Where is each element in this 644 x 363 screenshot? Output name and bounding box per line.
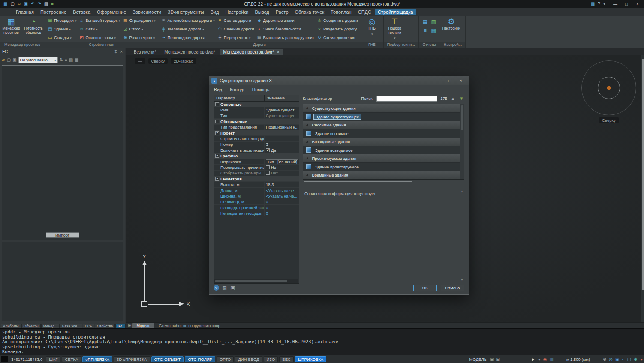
parameter-row[interactable]: Графика bbox=[214, 153, 299, 159]
classifier-row[interactable]: Здание сносимое bbox=[303, 129, 464, 138]
ribbon-tab[interactable]: Зависимости bbox=[129, 9, 164, 15]
palette-tab[interactable]: База эле... bbox=[60, 324, 82, 328]
classifier-search-input[interactable] bbox=[376, 96, 437, 102]
parameter-row[interactable]: Проект bbox=[214, 130, 299, 136]
sheet-set-icon[interactable] bbox=[128, 323, 131, 328]
parameter-row[interactable]: Ширина, м <Указать на че... bbox=[214, 193, 299, 199]
cancel-button[interactable]: Отмена bbox=[441, 285, 464, 291]
model-space-icon[interactable]: ▣ bbox=[490, 357, 494, 362]
status-toggle[interactable]: ОТС-ПОЛЯР bbox=[185, 356, 215, 362]
snap-marker-icon[interactable]: ◎ bbox=[609, 357, 613, 362]
report-sheet-icon[interactable]: ▥ bbox=[430, 18, 437, 25]
ribbon-small-button[interactable]: ╍ Пешеходная дорога bbox=[160, 35, 215, 40]
model-tab[interactable]: Модель bbox=[132, 323, 154, 328]
minimize-button[interactable]: — bbox=[610, 2, 621, 6]
parameter-row[interactable]: Перекрывать примитивы Нет bbox=[214, 165, 299, 170]
palette-tab[interactable]: Менед... bbox=[41, 324, 60, 328]
ribbon-small-button[interactable]: ⌂ Бытовой городок bbox=[78, 18, 121, 23]
status-toggle[interactable]: ВЕС bbox=[279, 356, 294, 362]
help-menu-icon[interactable]: ▾ bbox=[603, 2, 605, 6]
search-up-icon[interactable]: ▲ bbox=[450, 96, 456, 101]
dialog-menu-item[interactable]: Помощь bbox=[252, 87, 270, 92]
document-tab[interactable]: Менеджер проектов.dwg* bbox=[220, 49, 283, 55]
info-scroll-up-icon[interactable]: ▲ bbox=[460, 190, 463, 193]
ribbon-small-button[interactable]: ≡ Состав дороги bbox=[217, 18, 255, 23]
parameter-row[interactable]: Штриховка Тип - [Из линий] bbox=[214, 159, 299, 165]
parameter-row[interactable]: Площадь проезжей част... 0 bbox=[214, 205, 299, 210]
parameter-row[interactable]: Тип Существующее... bbox=[214, 113, 299, 119]
status-toggle[interactable]: СЕТКА bbox=[62, 356, 81, 362]
classifier-row[interactable]: Возводимые здания bbox=[303, 138, 464, 146]
command-line[interactable]: spddr - Менеджер проектовspbuildingarea … bbox=[0, 328, 644, 355]
minimize-button[interactable]: — bbox=[433, 78, 444, 83]
view-chip[interactable]: Сверху bbox=[148, 58, 168, 64]
tree-scrollbar[interactable] bbox=[460, 104, 464, 180]
help-icon[interactable]: ? bbox=[598, 2, 600, 6]
palette-tab[interactable]: IFC bbox=[115, 324, 126, 328]
ribbon-tab[interactable]: Стройплощадка bbox=[375, 9, 416, 15]
checkbox[interactable] bbox=[266, 171, 270, 175]
layout-grid-icon[interactable]: ⊞ bbox=[496, 357, 499, 362]
ribbon-big-button[interactable]: ⚙ Настройки bbox=[440, 16, 463, 42]
ribbon-big-button[interactable]: ◎ ГНБ bbox=[361, 16, 383, 42]
ribbon-tab[interactable]: Главная bbox=[13, 9, 37, 15]
parameter-row[interactable]: Длина, м <Указать на че... bbox=[214, 188, 299, 193]
ribbon-small-button[interactable]: ◆ Дорожные знаки bbox=[256, 18, 315, 23]
palette-tree-area[interactable]: Импорт bbox=[2, 65, 123, 240]
ribbon-small-button[interactable]: ▤ Здания bbox=[47, 27, 77, 31]
status-toggle[interactable]: оПРИВЯЗКА bbox=[82, 356, 112, 362]
ribbon-small-button[interactable]: ◩ Опасные зоны bbox=[78, 35, 121, 40]
redo-icon[interactable]: ↷ bbox=[37, 2, 41, 6]
ribbon-small-button[interactable]: ╪ Железные дороги bbox=[160, 27, 215, 31]
ribbon-tab[interactable]: Вывод bbox=[252, 9, 272, 15]
list-view-icon[interactable]: ≡ bbox=[65, 58, 67, 62]
import-button[interactable]: Импорт bbox=[46, 232, 79, 238]
ribbon-small-button[interactable]: ⋔ Соединить дороги bbox=[316, 18, 359, 23]
ribbon-tab[interactable]: Растр bbox=[273, 9, 292, 15]
checkbox[interactable] bbox=[266, 165, 270, 169]
close-palette-icon[interactable]: × bbox=[120, 50, 123, 54]
dialog-menu-item[interactable]: Вид bbox=[214, 87, 222, 92]
close-tab-icon[interactable] bbox=[277, 50, 280, 54]
ribbon-small-button[interactable]: ≋ Сети bbox=[78, 27, 121, 31]
parameter-row[interactable]: Тип представления Позиционный н... bbox=[214, 125, 299, 130]
pan-icon[interactable]: ⊕ bbox=[603, 357, 606, 362]
parameter-row[interactable]: Периметр, м 0 bbox=[214, 199, 299, 205]
report-list-icon[interactable]: ≡ bbox=[421, 27, 429, 34]
maximize-button[interactable]: □ bbox=[444, 78, 455, 83]
ribbon-tab[interactable]: Топоплан bbox=[328, 9, 355, 15]
help-icon[interactable]: ? bbox=[214, 285, 219, 291]
status-corner-button[interactable] bbox=[1, 356, 8, 362]
print-icon[interactable]: ▤ bbox=[44, 2, 48, 6]
ribbon-big-button[interactable]: ▦ Менеджер проектов bbox=[0, 16, 22, 42]
screen-icon[interactable]: ▣ bbox=[615, 357, 619, 362]
ribbon-small-button[interactable]: ≋ Автомобильные дороги bbox=[160, 18, 215, 23]
pin-icon[interactable]: ↧ bbox=[114, 50, 117, 54]
app-logo-icon[interactable]: ▦ bbox=[3, 2, 7, 6]
ribbon-small-button[interactable]: ▲ Знаки безопасности bbox=[256, 27, 315, 31]
palette-tab[interactable]: BCF bbox=[83, 324, 94, 328]
classifier-row[interactable]: Сносимые здания bbox=[303, 121, 464, 129]
report-grid-icon[interactable]: ▦ bbox=[430, 27, 437, 34]
ribbon-small-button[interactable]: ▩ Ограждения bbox=[122, 18, 156, 23]
panel-splitter[interactable] bbox=[304, 181, 412, 182]
status-toggle[interactable]: ИЗО bbox=[264, 356, 278, 362]
save-file-icon[interactable]: ▣ bbox=[24, 2, 28, 6]
ribbon-small-button[interactable]: ◿ Откос bbox=[122, 27, 156, 31]
styles-icon[interactable]: ≡ bbox=[51, 2, 54, 6]
hatch-icon[interactable]: ▨ bbox=[222, 285, 227, 291]
document-tab[interactable]: Менеджер проектов.dwg* bbox=[160, 49, 219, 55]
palette-tab[interactable]: Объекты bbox=[21, 324, 41, 328]
info-scroll-down-icon[interactable]: ▼ bbox=[460, 278, 463, 281]
ribbon-big-button[interactable]: ⊤ Подбор техники bbox=[384, 16, 406, 42]
cursor-icon[interactable]: ► bbox=[531, 357, 536, 362]
palette-toggle-icon[interactable]: ▦ bbox=[591, 2, 595, 6]
ribbon-small-button[interactable]: ▭ Склады bbox=[47, 35, 77, 40]
parameter-row[interactable]: Номер 3 bbox=[214, 142, 299, 147]
close-button[interactable]: × bbox=[455, 78, 466, 83]
ribbon-tab[interactable]: Вид bbox=[208, 9, 222, 15]
ribbon-tab[interactable]: 3D-инструменты bbox=[165, 9, 207, 15]
parameter-row[interactable]: Основные bbox=[214, 102, 299, 107]
parameter-row[interactable]: Включать в экспликацию Да bbox=[214, 147, 299, 153]
ribbon-big-button[interactable]: ◔ Готовность объектов bbox=[22, 16, 45, 42]
